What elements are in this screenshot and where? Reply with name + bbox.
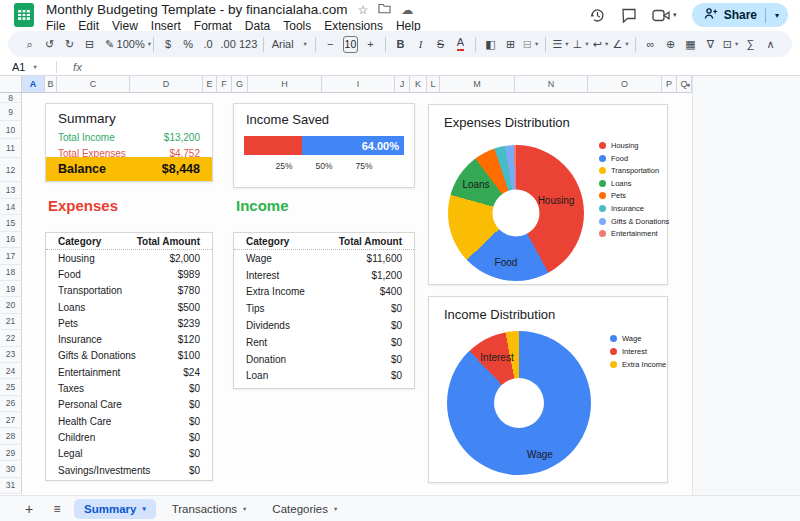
select-all-corner[interactable] [0,76,22,93]
row-header-21[interactable]: 21 [0,314,22,330]
table-row[interactable]: Rent$0 [234,334,414,351]
sheets-logo-icon[interactable] [11,2,37,32]
table-row[interactable]: Interest$1,200 [234,267,414,284]
row-header-24[interactable]: 24 [0,363,22,379]
column-header-n[interactable]: N [515,76,588,93]
merge-cells-button[interactable]: ⊟▾ [521,34,540,54]
column-header-i[interactable]: I [322,76,395,93]
table-row[interactable]: Food$989 [46,266,212,282]
table-row[interactable]: Gifts & Donations$100 [46,348,212,364]
tab-summary[interactable]: Summary▾ [74,499,156,519]
row-header-9[interactable]: 9 [0,103,22,121]
table-views-button-caret-icon[interactable]: ▾ [735,40,738,48]
total-income-row[interactable]: Total Income $13,200 [46,129,212,145]
tab-caret-icon[interactable]: ▾ [243,505,246,513]
tab-caret-icon[interactable]: ▾ [142,505,145,513]
expenses-table[interactable]: Category Total Amount Housing$2,000Food$… [45,232,213,481]
table-row[interactable]: Children$0 [46,429,212,445]
format-percent-button[interactable]: % [179,34,198,54]
column-header-c[interactable]: C [57,76,130,93]
insert-link-button[interactable]: ∞ [641,34,660,54]
redo-button[interactable]: ↻ [60,34,79,54]
column-header-l[interactable]: L [427,76,440,93]
row-header-28[interactable]: 28 [0,428,22,444]
collapse-toolbar-button[interactable]: ∧ [761,34,780,54]
row-header-14[interactable]: 14 [0,199,22,215]
row-header-29[interactable]: 29 [0,445,22,461]
share-caret-icon[interactable]: ▾ [766,11,788,20]
move-folder-icon[interactable] [378,3,391,16]
horizontal-align-button-caret-icon[interactable]: ▾ [565,40,568,48]
table-row[interactable]: Wage$11,600 [234,250,414,267]
income-heading[interactable]: Income [236,197,289,214]
expenses-distribution-chart[interactable]: Expenses Distribution Housing Food Loans… [428,104,668,285]
row-header-8[interactable]: 8 [0,93,22,103]
undo-button[interactable]: ↺ [40,34,59,54]
column-header-d[interactable]: D [130,76,203,93]
text-rotation-button[interactable]: ∠▾ [611,34,630,54]
column-header-o[interactable]: O [588,76,662,93]
table-row[interactable]: Transportation$780 [46,283,212,299]
increase-font-size-button[interactable]: + [361,34,380,54]
all-sheets-icon[interactable]: ≡ [46,502,68,516]
table-row[interactable]: Health Care$0 [46,413,212,429]
column-header-k[interactable]: K [410,76,427,93]
tab-transactions[interactable]: Transactions▾ [162,499,257,519]
name-box-caret-icon[interactable]: ▾ [33,63,36,71]
decrease-decimal-button[interactable]: .0 [199,34,218,54]
row-header-26[interactable]: 26 [0,396,22,412]
column-header-j[interactable]: J [395,76,410,93]
create-filter-button[interactable]: ∇ [701,34,720,54]
table-row[interactable]: Legal$0 [46,446,212,462]
vertical-align-button-caret-icon[interactable]: ▾ [585,40,588,48]
document-title[interactable]: Monthly Budgeting Template - by financia… [46,2,347,17]
tab-caret-icon[interactable]: ▾ [334,505,337,513]
income-distribution-chart[interactable]: Income Distribution Wage Interest WageIn… [428,296,668,483]
video-call-caret-icon[interactable]: ▾ [673,11,677,19]
text-wrap-button[interactable]: ↩▾ [591,34,610,54]
row-header-31[interactable]: 31 [0,478,22,494]
column-header-p[interactable]: P [662,76,677,93]
balance-row[interactable]: Balance $8,448 [46,157,212,181]
row-header-13[interactable]: 13 [0,182,22,199]
table-row[interactable]: Pets$239 [46,315,212,331]
zoom-select[interactable]: 100%▾ [120,34,148,54]
row-header-18[interactable]: 18 [0,265,22,281]
format-currency-button[interactable]: $ [159,34,178,54]
column-header-g[interactable]: G [232,76,248,93]
horizontal-align-button[interactable]: ☰▾ [551,34,570,54]
fill-color-button[interactable]: ◧ [481,34,500,54]
table-row[interactable]: Taxes$0 [46,380,212,396]
column-header-b[interactable]: B [45,76,57,93]
sheet-canvas[interactable]: Summary Total Income $13,200 Total Expen… [22,93,692,495]
table-row[interactable]: Loans$500 [46,299,212,315]
tab-categories[interactable]: Categories▾ [262,499,347,519]
name-box[interactable]: A1 ▾ [0,61,52,73]
row-header-10[interactable]: 10 [0,121,22,139]
row-header-12[interactable]: 12 [0,158,22,182]
functions-button[interactable]: ∑ [741,34,760,54]
text-wrap-button-caret-icon[interactable]: ▾ [605,40,608,48]
table-row[interactable]: Tips$0 [234,300,414,317]
decrease-font-size-button[interactable]: − [321,34,340,54]
merge-cells-button-caret-icon[interactable]: ▾ [535,40,538,48]
text-color-button[interactable]: A [451,34,470,54]
table-row[interactable]: Loan$0 [234,368,414,385]
table-row[interactable]: Donation$0 [234,351,414,368]
italic-button[interactable]: I [411,34,430,54]
row-header-17[interactable]: 17 [0,248,22,264]
row-header-20[interactable]: 20 [0,297,22,313]
cloud-status-icon[interactable]: ☁ [401,4,413,16]
search-icon[interactable]: ⌕ [20,34,39,54]
insert-comment-button[interactable]: ⊕ [661,34,680,54]
expenses-heading[interactable]: Expenses [48,197,118,214]
column-header-e[interactable]: E [203,76,217,93]
column-header-m[interactable]: M [440,76,515,93]
table-row[interactable]: Personal Care$0 [46,397,212,413]
more-formats-button[interactable]: 123 [239,34,258,54]
star-icon[interactable]: ☆ [357,4,368,16]
zoom-select-caret-icon[interactable]: ▾ [148,40,151,48]
table-row[interactable]: Housing$2,000 [46,250,212,266]
borders-button[interactable]: ⊞ [501,34,520,54]
font-family-select-caret-icon[interactable]: ▾ [304,40,307,48]
